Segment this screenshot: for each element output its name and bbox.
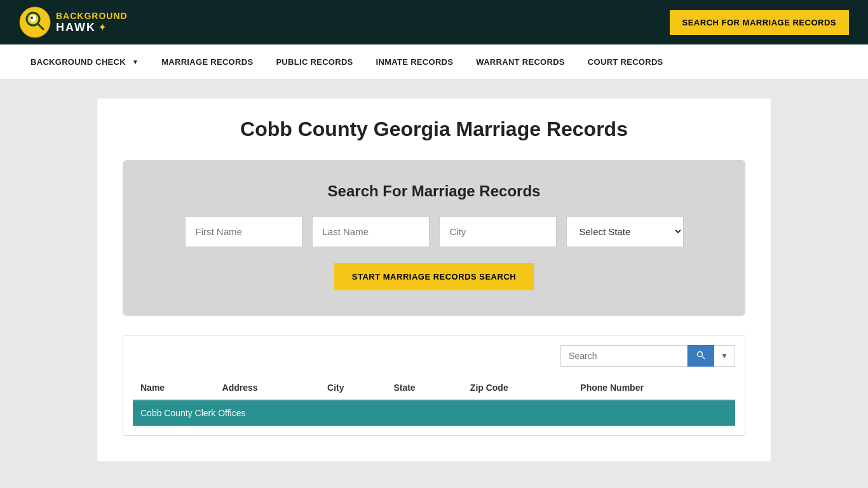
nav-item-background-check[interactable]: BACKGROUND CHECK ▼ bbox=[19, 44, 150, 79]
table-header: Name Address City State Zip Code Phone N… bbox=[133, 376, 735, 400]
col-zip: Zip Code bbox=[463, 376, 573, 400]
search-form-row: Select State Alabama Alaska Arizona Arka… bbox=[148, 216, 720, 247]
state-select[interactable]: Select State Alabama Alaska Arizona Arka… bbox=[566, 216, 684, 247]
results-table-section: ▼ Name Address City State Zip Code Phone… bbox=[123, 335, 745, 436]
nav-item-marriage-records[interactable]: MARRIAGE RECORDS bbox=[150, 44, 264, 79]
search-button-row: START MARRIAGE RECORDS SEARCH bbox=[148, 263, 720, 290]
table-options-button[interactable]: ▼ bbox=[714, 345, 735, 367]
site-header: BACKGROUND HAWK ✦ SEARCH FOR MARRIAGE RE… bbox=[0, 0, 868, 44]
table-search-button[interactable] bbox=[688, 345, 714, 367]
nav-item-public-records[interactable]: PUBLIC RECORDS bbox=[264, 44, 364, 79]
hawk-wing-icon: ✦ bbox=[98, 22, 107, 32]
svg-point-6 bbox=[698, 351, 703, 356]
nav-item-inmate-records[interactable]: INMATE RECORDS bbox=[365, 44, 465, 79]
nav-item-court-records[interactable]: COURT RECORDS bbox=[576, 44, 675, 79]
table-group-row: Cobb County Clerk Offices bbox=[133, 400, 735, 426]
logo-text-block: BACKGROUND HAWK ✦ bbox=[56, 11, 128, 34]
search-form-heading: Search For Marriage Records bbox=[148, 182, 720, 200]
col-state: State bbox=[386, 376, 462, 400]
col-name: Name bbox=[133, 376, 215, 400]
col-phone: Phone Number bbox=[573, 376, 735, 400]
last-name-input[interactable] bbox=[312, 216, 430, 247]
group-row-label: Cobb County Clerk Offices bbox=[133, 400, 735, 426]
logo-icon bbox=[19, 6, 51, 38]
logo-line2: HAWK ✦ bbox=[56, 21, 128, 34]
header-cta-button[interactable]: SEARCH FOR MARRIAGE RECORDS bbox=[670, 10, 849, 35]
page-title: Cobb County Georgia Marriage Records bbox=[123, 118, 745, 141]
content-card: Cobb County Georgia Marriage Records Sea… bbox=[97, 98, 771, 461]
first-name-input[interactable] bbox=[185, 216, 302, 247]
search-records-button[interactable]: START MARRIAGE RECORDS SEARCH bbox=[334, 263, 534, 290]
svg-point-4 bbox=[31, 17, 33, 19]
main-content: Cobb County Georgia Marriage Records Sea… bbox=[0, 79, 868, 488]
chevron-down-icon: ▼ bbox=[132, 58, 139, 65]
city-input[interactable] bbox=[439, 216, 557, 247]
table-body: Cobb County Clerk Offices bbox=[133, 400, 735, 426]
results-table: Name Address City State Zip Code Phone N… bbox=[133, 376, 735, 426]
logo[interactable]: BACKGROUND HAWK ✦ bbox=[19, 6, 128, 38]
table-search-input[interactable] bbox=[560, 345, 688, 367]
table-search-row: ▼ bbox=[133, 345, 735, 367]
svg-point-0 bbox=[20, 7, 50, 37]
col-city: City bbox=[320, 376, 386, 400]
main-nav: BACKGROUND CHECK ▼ MARRIAGE RECORDS PUBL… bbox=[0, 44, 868, 79]
nav-item-warrant-records[interactable]: WARRANT RECORDS bbox=[465, 44, 576, 79]
logo-line1: BACKGROUND bbox=[56, 11, 128, 21]
search-icon bbox=[696, 351, 705, 360]
col-address: Address bbox=[215, 376, 320, 400]
svg-line-7 bbox=[702, 356, 705, 359]
search-form-section: Search For Marriage Records Select State… bbox=[123, 160, 745, 316]
